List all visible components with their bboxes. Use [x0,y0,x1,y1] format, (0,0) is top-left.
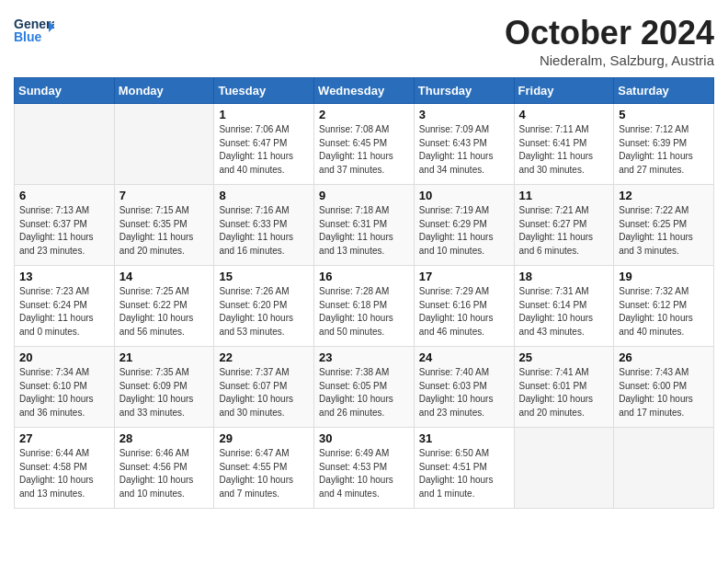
calendar-cell: 30Sunrise: 6:49 AMSunset: 4:53 PMDayligh… [314,428,415,509]
day-detail: Sunrise: 7:41 AMSunset: 6:01 PMDaylight:… [519,366,609,419]
day-detail: Sunrise: 7:16 AMSunset: 6:33 PMDaylight:… [219,204,309,258]
calendar-cell: 13Sunrise: 7:23 AMSunset: 6:24 PMDayligh… [15,266,115,347]
calendar-cell: 11Sunrise: 7:21 AMSunset: 6:27 PMDayligh… [514,185,614,266]
weekday-header-monday: Monday [114,78,214,104]
day-detail: Sunrise: 7:18 AMSunset: 6:31 PMDaylight:… [319,204,409,258]
calendar-cell: 27Sunrise: 6:44 AMSunset: 4:58 PMDayligh… [15,428,115,509]
day-detail: Sunrise: 7:38 AMSunset: 6:05 PMDaylight:… [319,366,409,419]
day-number: 2 [319,108,409,121]
day-detail: Sunrise: 7:31 AMSunset: 6:14 PMDaylight:… [519,285,609,339]
day-detail: Sunrise: 7:26 AMSunset: 6:20 PMDaylight:… [219,285,309,339]
calendar-cell: 23Sunrise: 7:38 AMSunset: 6:05 PMDayligh… [314,347,415,428]
calendar-cell: 12Sunrise: 7:22 AMSunset: 6:25 PMDayligh… [614,185,714,266]
calendar-cell: 3Sunrise: 7:09 AMSunset: 6:43 PMDaylight… [414,104,514,185]
day-number: 4 [519,108,609,121]
day-detail: Sunrise: 7:09 AMSunset: 6:43 PMDaylight:… [419,123,509,177]
calendar-cell [15,104,115,185]
day-detail: Sunrise: 7:21 AMSunset: 6:27 PMDaylight:… [519,204,609,258]
day-detail: Sunrise: 6:50 AMSunset: 4:51 PMDaylight:… [419,447,509,500]
day-number: 13 [19,270,109,283]
day-number: 11 [519,189,609,202]
calendar-cell: 24Sunrise: 7:40 AMSunset: 6:03 PMDayligh… [414,347,514,428]
day-detail: Sunrise: 7:19 AMSunset: 6:29 PMDaylight:… [419,204,509,258]
day-detail: Sunrise: 6:47 AMSunset: 4:55 PMDaylight:… [219,447,309,500]
day-number: 6 [19,189,109,202]
calendar-cell: 15Sunrise: 7:26 AMSunset: 6:20 PMDayligh… [214,266,314,347]
day-detail: Sunrise: 6:49 AMSunset: 4:53 PMDaylight:… [319,447,409,500]
day-number: 25 [519,350,609,364]
day-detail: Sunrise: 7:23 AMSunset: 6:24 PMDaylight:… [19,285,109,339]
day-number: 21 [119,350,210,364]
day-detail: Sunrise: 7:22 AMSunset: 6:25 PMDaylight:… [619,204,709,258]
day-detail: Sunrise: 6:44 AMSunset: 4:58 PMDaylight:… [19,447,109,500]
weekday-header-friday: Friday [514,78,614,104]
svg-text:Blue: Blue [14,29,42,44]
day-detail: Sunrise: 7:37 AMSunset: 6:07 PMDaylight:… [219,366,309,419]
calendar-week-row: 27Sunrise: 6:44 AMSunset: 4:58 PMDayligh… [15,428,714,509]
day-detail: Sunrise: 7:11 AMSunset: 6:41 PMDaylight:… [519,123,609,177]
calendar-cell: 31Sunrise: 6:50 AMSunset: 4:51 PMDayligh… [414,428,514,509]
day-number: 29 [219,431,309,445]
calendar-cell: 19Sunrise: 7:32 AMSunset: 6:12 PMDayligh… [614,266,714,347]
calendar-cell: 28Sunrise: 6:46 AMSunset: 4:56 PMDayligh… [114,428,214,509]
calendar-cell [514,428,614,509]
weekday-header-saturday: Saturday [614,78,714,104]
day-number: 5 [619,108,709,121]
calendar-cell: 17Sunrise: 7:29 AMSunset: 6:16 PMDayligh… [414,266,514,347]
day-number: 14 [119,270,210,283]
page-header: General Blue October 2024 Niederalm, Sal… [14,14,714,68]
day-number: 3 [419,108,509,121]
day-number: 9 [319,189,409,202]
day-number: 19 [619,270,709,283]
day-detail: Sunrise: 7:15 AMSunset: 6:35 PMDaylight:… [119,204,210,258]
calendar-table: SundayMondayTuesdayWednesdayThursdayFrid… [14,77,714,509]
day-number: 20 [19,350,109,364]
calendar-cell: 4Sunrise: 7:11 AMSunset: 6:41 PMDaylight… [514,104,614,185]
calendar-week-row: 13Sunrise: 7:23 AMSunset: 6:24 PMDayligh… [15,266,714,347]
calendar-cell: 1Sunrise: 7:06 AMSunset: 6:47 PMDaylight… [214,104,314,185]
calendar-cell: 8Sunrise: 7:16 AMSunset: 6:33 PMDaylight… [214,185,314,266]
day-detail: Sunrise: 7:08 AMSunset: 6:45 PMDaylight:… [319,123,409,177]
day-number: 12 [619,189,709,202]
day-number: 30 [319,431,409,445]
calendar-cell: 5Sunrise: 7:12 AMSunset: 6:39 PMDaylight… [614,104,714,185]
day-detail: Sunrise: 7:06 AMSunset: 6:47 PMDaylight:… [219,123,309,177]
logo: General Blue [14,14,54,45]
calendar-week-row: 1Sunrise: 7:06 AMSunset: 6:47 PMDaylight… [15,104,714,185]
calendar-header-row: SundayMondayTuesdayWednesdayThursdayFrid… [15,78,714,104]
day-detail: Sunrise: 7:32 AMSunset: 6:12 PMDaylight:… [619,285,709,339]
day-number: 31 [419,431,509,445]
calendar-cell: 16Sunrise: 7:28 AMSunset: 6:18 PMDayligh… [314,266,415,347]
day-number: 26 [619,350,709,364]
calendar-body: 1Sunrise: 7:06 AMSunset: 6:47 PMDaylight… [15,104,714,509]
day-detail: Sunrise: 7:40 AMSunset: 6:03 PMDaylight:… [419,366,509,419]
day-number: 28 [119,431,210,445]
calendar-cell [614,428,714,509]
calendar-cell: 22Sunrise: 7:37 AMSunset: 6:07 PMDayligh… [214,347,314,428]
month-title: October 2024 [505,14,714,52]
day-detail: Sunrise: 7:28 AMSunset: 6:18 PMDaylight:… [319,285,409,339]
day-number: 16 [319,270,409,283]
day-number: 17 [419,270,509,283]
day-number: 15 [219,270,309,283]
day-number: 1 [219,108,309,121]
day-detail: Sunrise: 6:46 AMSunset: 4:56 PMDaylight:… [119,447,210,500]
calendar-cell: 9Sunrise: 7:18 AMSunset: 6:31 PMDaylight… [314,185,415,266]
day-number: 8 [219,189,309,202]
calendar-cell [114,104,214,185]
calendar-cell: 26Sunrise: 7:43 AMSunset: 6:00 PMDayligh… [614,347,714,428]
location-subtitle: Niederalm, Salzburg, Austria [505,52,714,68]
day-detail: Sunrise: 7:35 AMSunset: 6:09 PMDaylight:… [119,366,210,419]
calendar-cell: 25Sunrise: 7:41 AMSunset: 6:01 PMDayligh… [514,347,614,428]
day-number: 23 [319,350,409,364]
calendar-cell: 7Sunrise: 7:15 AMSunset: 6:35 PMDaylight… [114,185,214,266]
calendar-week-row: 6Sunrise: 7:13 AMSunset: 6:37 PMDaylight… [15,185,714,266]
day-detail: Sunrise: 7:12 AMSunset: 6:39 PMDaylight:… [619,123,709,177]
calendar-cell: 21Sunrise: 7:35 AMSunset: 6:09 PMDayligh… [114,347,214,428]
calendar-cell: 2Sunrise: 7:08 AMSunset: 6:45 PMDaylight… [314,104,415,185]
day-number: 18 [519,270,609,283]
calendar-week-row: 20Sunrise: 7:34 AMSunset: 6:10 PMDayligh… [15,347,714,428]
day-number: 10 [419,189,509,202]
day-detail: Sunrise: 7:29 AMSunset: 6:16 PMDaylight:… [419,285,509,339]
calendar-cell: 20Sunrise: 7:34 AMSunset: 6:10 PMDayligh… [15,347,115,428]
